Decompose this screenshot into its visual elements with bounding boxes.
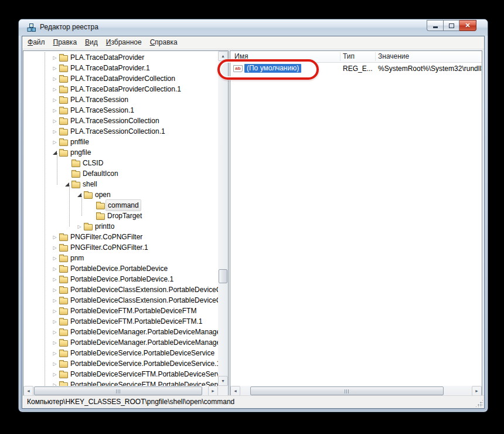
expander-icon[interactable] <box>52 284 58 295</box>
menu-edit[interactable]: Правка <box>49 36 81 49</box>
tree-item[interactable]: PortableDevice.PortableDevice <box>23 263 218 274</box>
tree-item[interactable]: open <box>23 189 218 200</box>
tree-item[interactable]: DropTarget <box>23 211 218 221</box>
tree-item[interactable]: PLA.TraceSessionCollection.1 <box>23 126 218 137</box>
expander-icon[interactable] <box>52 263 58 274</box>
tree-item[interactable]: PortableDeviceClassExtension.PortableDev… <box>23 295 218 306</box>
expander-icon[interactable] <box>52 369 58 379</box>
desktop-background: Редактор реестра ✕ Файл Правка Вид Избра… <box>0 0 504 434</box>
tree-item[interactable]: PortableDeviceFTM.PortableDeviceFTM <box>23 306 218 316</box>
tree-item[interactable]: pnm <box>23 253 218 263</box>
column-divider[interactable] <box>375 52 376 61</box>
tree-vertical-scrollbar[interactable] <box>218 51 228 386</box>
tree-item[interactable]: PortableDevice.PortableDevice.1 <box>23 274 218 284</box>
menu-bar: Файл Правка Вид Избранное Справка <box>22 36 484 49</box>
scroll-down-arrow-icon[interactable] <box>218 376 228 386</box>
tree-item[interactable]: pngfile <box>23 147 218 158</box>
expander-icon[interactable] <box>52 63 58 73</box>
list-hscroll-thumb[interactable] <box>250 386 444 395</box>
expander-icon[interactable] <box>52 137 58 147</box>
tree-item[interactable]: PLA.TraceDataProvider.1 <box>23 63 218 73</box>
menu-view[interactable]: Вид <box>81 36 102 49</box>
expander-icon[interactable] <box>52 306 58 316</box>
expander-icon[interactable] <box>52 316 58 327</box>
expander-icon[interactable] <box>52 116 58 126</box>
tree-item[interactable]: shell <box>23 179 218 189</box>
scroll-right-arrow-icon[interactable] <box>208 386 218 396</box>
column-divider[interactable] <box>340 52 340 61</box>
tree-item[interactable]: pnffile <box>23 137 218 147</box>
expander-icon[interactable] <box>52 253 58 263</box>
expander-icon[interactable] <box>52 348 58 358</box>
menu-file[interactable]: Файл <box>22 36 49 49</box>
tree-item[interactable]: PLA.TraceSession.1 <box>23 105 218 116</box>
tree-item[interactable]: command <box>23 200 218 211</box>
scroll-left-arrow-icon[interactable] <box>230 386 240 396</box>
expander-icon[interactable] <box>52 295 58 306</box>
tree-horizontal-scrollbar[interactable] <box>23 386 218 396</box>
indent-spacer <box>23 142 52 143</box>
expander-icon[interactable] <box>52 94 58 105</box>
tree-hscroll-thumb[interactable] <box>34 386 202 395</box>
expander-icon[interactable] <box>76 189 83 200</box>
indent-spacer <box>23 195 76 195</box>
tree-item[interactable]: PortableDeviceService.PortableDeviceServ… <box>23 358 218 369</box>
tree-item[interactable]: PLA.TraceSession <box>23 94 218 105</box>
tree-item[interactable]: printto <box>23 221 218 232</box>
expander-icon[interactable] <box>52 73 58 84</box>
expander-icon[interactable] <box>52 147 58 158</box>
expander-icon[interactable] <box>52 126 58 137</box>
resize-grip-icon[interactable] <box>475 399 483 407</box>
expander-icon[interactable] <box>52 358 58 369</box>
expander-icon[interactable] <box>76 221 83 232</box>
tree-item[interactable]: PLA.TraceDataProviderCollection.1 <box>23 84 218 94</box>
folder-icon <box>59 298 68 304</box>
expander-icon[interactable] <box>64 179 70 189</box>
expander-icon[interactable] <box>52 327 58 337</box>
menu-favorites[interactable]: Избранное <box>102 36 146 49</box>
folder-icon <box>59 140 68 146</box>
tree-item[interactable]: PortableDeviceServiceFTM.PortableDeviceS… <box>23 379 218 386</box>
close-button[interactable]: ✕ <box>459 20 476 31</box>
titlebar[interactable]: Редактор реестра ✕ <box>19 19 488 36</box>
expander-icon[interactable] <box>64 168 70 179</box>
expander-icon[interactable] <box>88 200 95 211</box>
expander-icon[interactable] <box>52 105 58 116</box>
list-horizontal-scrollbar[interactable] <box>230 386 482 396</box>
tree-item[interactable]: DefaultIcon <box>23 168 218 179</box>
tree-item[interactable]: PNGFilter.CoPNGFilter <box>23 232 218 242</box>
tree-item[interactable]: PortableDeviceServiceFTM.PortableDeviceS… <box>23 369 218 379</box>
expander-icon[interactable] <box>52 337 58 348</box>
tree-item[interactable]: PortableDeviceFTM.PortableDeviceFTM.1 <box>23 316 218 327</box>
column-header-value[interactable]: Значение <box>378 51 409 62</box>
tree-item[interactable]: PortableDeviceService.PortableDeviceServ… <box>23 348 218 358</box>
expander-icon[interactable] <box>52 379 58 386</box>
minimize-button[interactable] <box>427 20 443 31</box>
tree-item[interactable]: PLA.TraceSessionCollection <box>23 116 218 126</box>
tree-item[interactable]: PLA.TraceDataProviderCollection <box>23 73 218 84</box>
indent-spacer <box>23 269 52 269</box>
tree-item[interactable]: CLSID <box>23 158 218 168</box>
folder-icon <box>59 87 68 93</box>
expander-icon[interactable] <box>52 274 58 284</box>
expander-icon[interactable] <box>52 242 58 253</box>
expander-icon[interactable] <box>64 158 70 168</box>
menu-help[interactable]: Справка <box>146 36 182 49</box>
window-title: Редактор реестра <box>40 19 98 35</box>
scroll-right-arrow-icon[interactable] <box>472 386 482 396</box>
maximize-button[interactable] <box>443 20 459 31</box>
indent-spacer <box>23 300 52 301</box>
folder-icon <box>59 340 68 347</box>
scroll-left-arrow-icon[interactable] <box>23 386 33 396</box>
expander-icon[interactable] <box>52 84 58 94</box>
tree-item[interactable]: PortableDeviceClassExtension.PortableDev… <box>23 284 218 295</box>
column-header-type[interactable]: Тип <box>343 51 355 62</box>
tree-item[interactable]: PNGFilter.CoPNGFilter.1 <box>23 242 218 253</box>
expander-icon[interactable] <box>52 232 58 242</box>
expander-icon[interactable] <box>88 211 95 221</box>
tree-item[interactable]: PLA.TraceDataProvider <box>23 52 218 63</box>
tree-item[interactable]: PortableDeviceManager.PortableDeviceMana… <box>23 327 218 337</box>
tree-vscroll-thumb[interactable] <box>219 269 227 283</box>
tree-item[interactable]: PortableDeviceManager.PortableDeviceMana… <box>23 337 218 348</box>
expander-icon[interactable] <box>52 52 58 63</box>
